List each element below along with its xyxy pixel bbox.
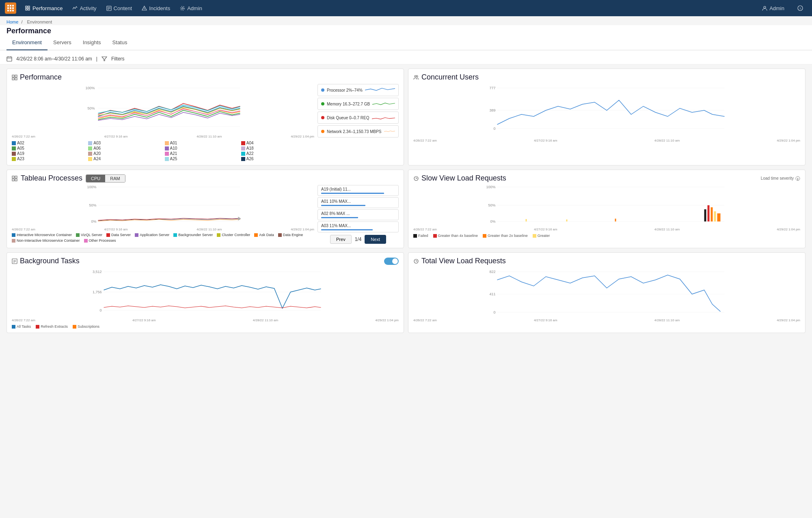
legend-network: Network 2.34–1,150.73 MBPS bbox=[317, 125, 399, 138]
legend-backgrounder: Backgrounder Server bbox=[173, 233, 213, 237]
legend-failed: Failed bbox=[413, 234, 428, 238]
prev-button[interactable]: Prev bbox=[330, 235, 352, 244]
svg-rect-1 bbox=[10, 5, 11, 6]
concurrent-chart-title: Concurrent Users bbox=[421, 73, 479, 82]
svg-rect-71 bbox=[717, 213, 721, 221]
x-label-1: 4/27/22 9:16 am bbox=[104, 135, 128, 138]
severity-container: Load time severity i bbox=[761, 176, 800, 181]
svg-rect-50 bbox=[15, 179, 17, 181]
legend-memory: Memory 16.3–272.7 GB bbox=[317, 98, 399, 110]
performance-card: Performance 100% 50% bbox=[6, 69, 404, 166]
legend-disk: Disk Queue 0–0.7 REQ bbox=[317, 112, 399, 124]
tableau-processes-card: Tableau Processes CPU RAM 100% 50% 0% bbox=[6, 170, 404, 248]
filters-label[interactable]: Filters bbox=[111, 56, 125, 62]
legend-a20: A20 bbox=[88, 151, 161, 156]
page-info: 1/4 bbox=[355, 236, 362, 242]
tab-servers[interactable]: Servers bbox=[48, 35, 77, 50]
svg-rect-32 bbox=[12, 78, 14, 80]
performance-color-legend: A02 A03 A01 A04 A05 A06 A10 A18 A19 A20 … bbox=[12, 141, 314, 161]
bg-chart-title: Background Tasks bbox=[20, 257, 80, 265]
ram-button[interactable]: RAM bbox=[105, 175, 125, 182]
slow-chart-title: Slow View Load Requests bbox=[421, 174, 506, 183]
svg-rect-47 bbox=[12, 176, 14, 178]
total-icon bbox=[413, 258, 419, 264]
total-svg: 822 411 0 bbox=[413, 268, 800, 316]
legend-a26: A26 bbox=[241, 157, 314, 161]
total-view-card: Total View Load Requests 822 411 0 4/26/… bbox=[408, 252, 806, 333]
nav-item-incidents[interactable]: Incidents bbox=[138, 3, 174, 14]
nav-item-admin[interactable]: Admin bbox=[176, 3, 206, 14]
main-content: Performance 100% 50% bbox=[0, 64, 812, 337]
legend-a01: A01 bbox=[165, 141, 238, 145]
svg-point-40 bbox=[416, 75, 418, 77]
performance-chart-area: 100% 50% 4/26/22 7:22 am 4/27/22 9:16 am… bbox=[12, 84, 314, 161]
nav-label-content: Content bbox=[114, 5, 132, 11]
filter-icon bbox=[102, 56, 107, 62]
concurrent-icon bbox=[413, 75, 419, 80]
tab-environment[interactable]: Environment bbox=[6, 35, 48, 50]
breadcrumb-home[interactable]: Home bbox=[6, 19, 18, 24]
slow-title: Slow View Load Requests bbox=[413, 174, 506, 183]
processes-x-axis: 4/26/22 7:22 am 4/27/22 9:16 am 4/28/22 … bbox=[12, 228, 314, 231]
tab-insights[interactable]: Insights bbox=[77, 35, 107, 50]
nav-item-content[interactable]: Content bbox=[102, 3, 136, 14]
legend-greater: Greater bbox=[533, 234, 550, 238]
top-nav: Performance Activity Content Incidents A… bbox=[0, 0, 812, 16]
legend-data-server: Data Server bbox=[106, 233, 131, 237]
performance-svg: 100% 50% bbox=[12, 84, 314, 133]
svg-text:1,756: 1,756 bbox=[93, 290, 102, 294]
svg-rect-6 bbox=[7, 10, 9, 11]
svg-text:50%: 50% bbox=[87, 106, 95, 110]
svg-rect-0 bbox=[7, 5, 9, 6]
svg-rect-25 bbox=[7, 57, 12, 61]
nav-item-activity[interactable]: Activity bbox=[68, 3, 100, 14]
total-x-axis: 4/26/22 7:22 am 4/27/22 9:16 am 4/28/22 … bbox=[413, 318, 800, 322]
svg-text:0: 0 bbox=[493, 127, 495, 131]
breadcrumb-current: Environment bbox=[27, 19, 52, 24]
legend-disk-label: Disk Queue 0–0.7 REQ bbox=[327, 116, 369, 120]
svg-text:0%: 0% bbox=[490, 219, 495, 224]
svg-text:389: 389 bbox=[489, 108, 495, 112]
svg-rect-68 bbox=[708, 205, 710, 221]
svg-text:?: ? bbox=[799, 7, 801, 11]
bg-tasks-icon bbox=[12, 258, 17, 264]
svg-rect-11 bbox=[26, 9, 27, 10]
performance-icon bbox=[12, 75, 17, 80]
nav-admin-user[interactable]: Admin bbox=[758, 3, 788, 14]
cpu-ram-toggle[interactable]: CPU RAM bbox=[86, 174, 125, 183]
svg-rect-9 bbox=[26, 6, 27, 8]
legend-other: Other Processes bbox=[84, 239, 116, 243]
svg-text:100%: 100% bbox=[486, 185, 495, 189]
legend-a05: A05 bbox=[12, 146, 85, 150]
svg-text:i: i bbox=[797, 177, 798, 180]
svg-rect-31 bbox=[15, 75, 17, 77]
svg-rect-8 bbox=[12, 10, 14, 11]
svg-text:50%: 50% bbox=[89, 203, 96, 207]
legend-a06: A06 bbox=[88, 146, 161, 150]
bg-tasks-svg: 3,512 1,756 0 bbox=[12, 268, 399, 316]
cpu-button[interactable]: CPU bbox=[86, 175, 105, 182]
performance-legend-area: Processor 2%–74% Memory 16.3–272.7 GB Di… bbox=[317, 84, 399, 161]
svg-rect-49 bbox=[12, 179, 14, 181]
tab-status[interactable]: Status bbox=[107, 35, 133, 50]
filter-bar: 4/26/22 8:06 am–4/30/22 11:06 am | Filte… bbox=[0, 54, 812, 64]
svg-rect-7 bbox=[10, 10, 11, 11]
legend-non-interactive: Non-Interactive Microservice Container bbox=[12, 239, 80, 243]
date-range[interactable]: 4/26/22 8:06 am–4/30/22 11:06 am bbox=[16, 56, 92, 62]
bg-tasks-toggle[interactable] bbox=[384, 258, 399, 265]
legend-network-label: Network 2.34–1,150.73 MBPS bbox=[327, 129, 382, 134]
concurrent-svg: 777 389 0 bbox=[413, 84, 800, 137]
svg-text:50%: 50% bbox=[488, 203, 495, 207]
legend-a24: A24 bbox=[88, 157, 161, 161]
background-tasks-card: Background Tasks 3,512 1,756 0 4/26/22 7… bbox=[6, 252, 404, 333]
slow-icon bbox=[413, 176, 419, 181]
nav-label-incidents: Incidents bbox=[149, 5, 170, 11]
filter-separator: | bbox=[96, 56, 97, 62]
next-button[interactable]: Next bbox=[365, 235, 386, 244]
nav-item-performance[interactable]: Performance bbox=[21, 3, 67, 14]
nav-help[interactable]: ? bbox=[793, 3, 807, 13]
svg-point-20 bbox=[182, 7, 184, 9]
svg-rect-12 bbox=[28, 9, 30, 10]
proc-item-1: A01 10% MAX... bbox=[317, 197, 399, 208]
bg-legend: All Tasks Refresh Extracts Subscriptions bbox=[12, 325, 399, 329]
